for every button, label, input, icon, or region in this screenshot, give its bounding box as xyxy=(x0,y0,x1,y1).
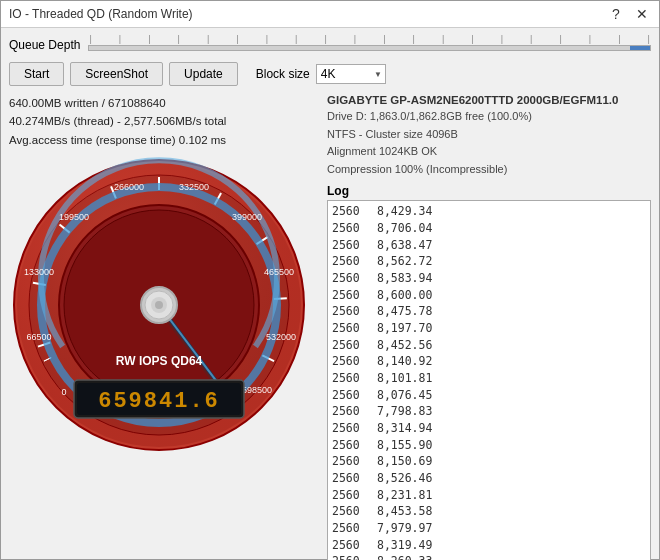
log-value: 8,155.90 xyxy=(377,437,432,454)
drive-info: Drive D: 1,863.0/1,862.8GB free (100.0%)… xyxy=(327,108,651,178)
log-queue: 2560 xyxy=(332,387,367,404)
log-value: 8,453.58 xyxy=(377,503,432,520)
block-size-select-wrapper: 4K 8K 16K 32K 64K 128K 512K 1M xyxy=(316,64,386,84)
drive-fs: NTFS - Cluster size 4096B xyxy=(327,126,651,144)
start-button[interactable]: Start xyxy=(9,62,64,86)
log-row: 25608,526.46 xyxy=(332,470,646,487)
block-size-select[interactable]: 4K 8K 16K 32K 64K 128K 512K 1M xyxy=(316,64,386,84)
log-row: 25607,798.83 xyxy=(332,403,646,420)
log-value: 8,429.34 xyxy=(377,203,432,220)
stat-avg-access: Avg.access time (response time) 0.102 ms xyxy=(9,131,319,149)
log-value: 8,197.70 xyxy=(377,320,432,337)
log-queue: 2560 xyxy=(332,537,367,554)
queue-depth-row: Queue Depth || || || || || || || || || |… xyxy=(9,34,651,56)
left-panel: 640.00MB written / 671088640 40.274MB/s … xyxy=(9,94,319,560)
title-bar: IO - Threaded QD (Random Write) ? ✕ xyxy=(1,1,659,28)
stat-written: 640.00MB written / 671088640 xyxy=(9,94,319,112)
log-queue: 2560 xyxy=(332,403,367,420)
log-queue: 2560 xyxy=(332,370,367,387)
log-queue: 2560 xyxy=(332,320,367,337)
log-value: 8,076.45 xyxy=(377,387,432,404)
gauge-tick-266000: 266000 xyxy=(114,182,144,192)
log-queue: 2560 xyxy=(332,270,367,287)
window-title: IO - Threaded QD (Random Write) xyxy=(9,7,193,21)
log-queue: 2560 xyxy=(332,487,367,504)
stat-speed: 40.274MB/s (thread) - 2,577.506MB/s tota… xyxy=(9,112,319,130)
drive-compression: Compression 100% (Incompressible) xyxy=(327,161,651,179)
log-row: 25608,583.94 xyxy=(332,270,646,287)
gauge-tick-465500: 465500 xyxy=(264,267,294,277)
log-queue: 2560 xyxy=(332,553,367,560)
drive-letter: Drive D: 1,863.0/1,862.8GB free (100.0%) xyxy=(327,108,651,126)
gauge-tick-0: 0 xyxy=(61,387,66,397)
log-queue: 2560 xyxy=(332,437,367,454)
screenshot-button[interactable]: ScreenShot xyxy=(70,62,163,86)
log-queue: 2560 xyxy=(332,203,367,220)
gauge-display-value: 659841.6 xyxy=(98,389,220,414)
log-queue: 2560 xyxy=(332,253,367,270)
queue-depth-slider-container: || || || || || || || || || || xyxy=(88,34,651,56)
gauge-tick-532000: 532000 xyxy=(266,332,296,342)
drive-alignment: Alignment 1024KB OK xyxy=(327,143,651,161)
gauge-tick-598500: 598500 xyxy=(242,385,272,395)
update-button[interactable]: Update xyxy=(169,62,238,86)
close-button[interactable]: ✕ xyxy=(633,5,651,23)
log-row: 25608,600.00 xyxy=(332,287,646,304)
log-row: 25608,475.78 xyxy=(332,303,646,320)
log-row: 25608,150.69 xyxy=(332,453,646,470)
log-row: 25608,231.81 xyxy=(332,487,646,504)
log-value: 8,452.56 xyxy=(377,337,432,354)
log-queue: 2560 xyxy=(332,453,367,470)
gauge-tick-199500: 199500 xyxy=(59,212,89,222)
log-value: 8,562.72 xyxy=(377,253,432,270)
toolbar-row: Start ScreenShot Update Block size 4K 8K… xyxy=(9,62,651,86)
log-value: 7,798.83 xyxy=(377,403,432,420)
log-queue: 2560 xyxy=(332,287,367,304)
log-queue: 2560 xyxy=(332,503,367,520)
log-row: 25608,562.72 xyxy=(332,253,646,270)
log-value: 8,101.81 xyxy=(377,370,432,387)
block-size-label: Block size xyxy=(256,67,310,81)
log-queue: 2560 xyxy=(332,520,367,537)
stats-text: 640.00MB written / 671088640 40.274MB/s … xyxy=(9,94,319,149)
main-area: 640.00MB written / 671088640 40.274MB/s … xyxy=(9,94,651,560)
log-value: 8,600.00 xyxy=(377,287,432,304)
block-size-group: Block size 4K 8K 16K 32K 64K 128K 512K 1… xyxy=(256,64,386,84)
gauge-label: RW IOPS QD64 xyxy=(116,354,203,368)
log-value: 8,319.49 xyxy=(377,537,432,554)
gauge-svg: 0 66500 133000 199500 266000 332500 3990… xyxy=(9,155,309,455)
log-queue: 2560 xyxy=(332,303,367,320)
log-row: 25608,197.70 xyxy=(332,320,646,337)
log-row: 25608,314.94 xyxy=(332,420,646,437)
content-area: Queue Depth || || || || || || || || || |… xyxy=(1,28,659,560)
log-row: 25608,155.90 xyxy=(332,437,646,454)
log-row: 25608,706.04 xyxy=(332,220,646,237)
main-window: IO - Threaded QD (Random Write) ? ✕ Queu… xyxy=(0,0,660,560)
log-queue: 2560 xyxy=(332,337,367,354)
title-controls: ? ✕ xyxy=(607,5,651,23)
right-panel: GIGABYTE GP-ASM2NE6200TTTD 2000GB/EGFM11… xyxy=(327,94,651,560)
log-value: 8,231.81 xyxy=(377,487,432,504)
drive-name: GIGABYTE GP-ASM2NE6200TTTD 2000GB/EGFM11… xyxy=(327,94,651,106)
gauge-tick-332500: 332500 xyxy=(179,182,209,192)
svg-point-26 xyxy=(155,301,163,309)
help-button[interactable]: ? xyxy=(607,5,625,23)
gauge-tick-399000: 399000 xyxy=(232,212,262,222)
log-queue: 2560 xyxy=(332,470,367,487)
log-row: 25608,638.47 xyxy=(332,237,646,254)
log-queue: 2560 xyxy=(332,237,367,254)
log-container[interactable]: 25608,429.3425608,706.0425608,638.472560… xyxy=(327,200,651,560)
log-row: 25608,429.34 xyxy=(332,203,646,220)
log-row: 25608,101.81 xyxy=(332,370,646,387)
log-queue: 2560 xyxy=(332,353,367,370)
log-row: 25608,452.56 xyxy=(332,337,646,354)
log-row: 25607,979.97 xyxy=(332,520,646,537)
log-label: Log xyxy=(327,184,651,198)
log-row: 25608,076.45 xyxy=(332,387,646,404)
log-value: 7,979.97 xyxy=(377,520,432,537)
gauge-tick-133000: 133000 xyxy=(24,267,54,277)
log-value: 8,475.78 xyxy=(377,303,432,320)
log-queue: 2560 xyxy=(332,420,367,437)
log-value: 8,638.47 xyxy=(377,237,432,254)
gauge-tick-66500: 66500 xyxy=(26,332,51,342)
